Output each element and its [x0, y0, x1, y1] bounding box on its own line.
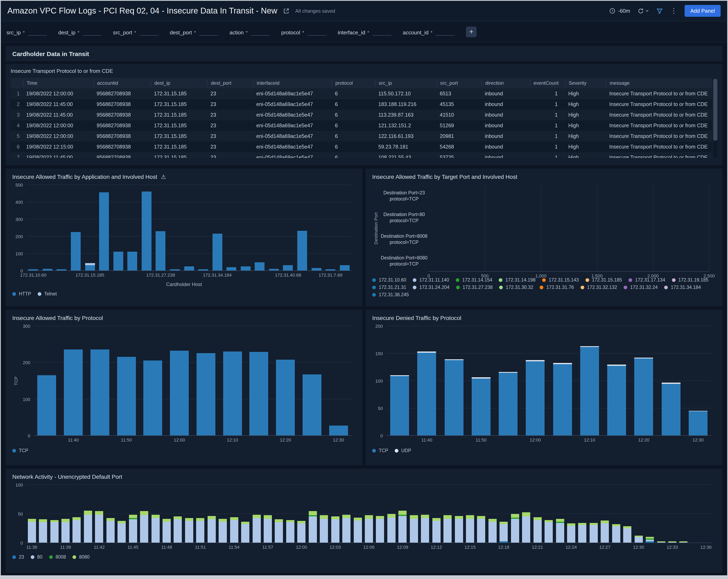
x-tick-label: 12:10: [227, 437, 238, 442]
bar-segment-8080: [28, 519, 36, 522]
cell-Severity: High: [565, 144, 606, 150]
cell-eventCount: 1: [530, 91, 565, 96]
legend-item-172.31.30.32[interactable]: 172.31.30.32: [499, 285, 533, 290]
bar-segment-80: [196, 521, 205, 543]
chart-plot[interactable]: 172.31.10.60172.31.15.185172.31.27.23817…: [26, 185, 352, 271]
chart-plot[interactable]: 05001,0001,5002,0002,500: [429, 185, 709, 272]
chart-target-port[interactable]: Destination PortDestination Port=23 prot…: [372, 185, 716, 272]
filter-input-dest_port[interactable]: [199, 28, 218, 35]
bar-segment-80: [477, 519, 486, 543]
legend-item-172.31.21.31[interactable]: 172.31.21.31: [372, 285, 406, 290]
legend-item-172.31.31.76[interactable]: 172.31.31.76: [540, 285, 574, 290]
cell-accountid: 956882708938: [93, 112, 151, 118]
bar: [472, 377, 491, 435]
filter-field-dest_port: dest_port*: [170, 28, 218, 35]
column-header-src_ip[interactable]: src_ip: [375, 80, 437, 86]
x-tick-label: 12:20: [638, 437, 649, 442]
bar: [162, 519, 171, 543]
filter-input-account_id[interactable]: [436, 28, 454, 35]
cell-direction: inbound: [482, 102, 530, 107]
legend-dot: [542, 278, 546, 282]
legend-item-172.31.19.185[interactable]: 172.31.19.185: [672, 277, 708, 282]
legend-item-172.31.24.204[interactable]: 172.31.24.204: [413, 285, 449, 290]
legend-item-172.31.32.132[interactable]: 172.31.32.132: [580, 285, 617, 290]
legend-item-172.31.10.60[interactable]: 172.31.10.60: [372, 277, 406, 282]
column-header-accountid[interactable]: accountid: [93, 80, 151, 86]
table-row[interactable]: 619/08/2022 12:15:00956882708938172.31.1…: [11, 142, 712, 152]
time-range-selector[interactable]: -60m: [609, 8, 630, 14]
refresh-button[interactable]: [638, 7, 649, 14]
chart-plot[interactable]: 11:4011:5012:0012:1012:2012:30: [386, 326, 711, 436]
table-row[interactable]: 119/08/2022 12:00:00956882708938172.31.1…: [11, 88, 712, 99]
filter-icon[interactable]: [656, 7, 663, 14]
chart-denied-protocol[interactable]: 05010015020011:4011:5012:0012:1012:2012:…: [372, 326, 716, 436]
legend-item-TCP[interactable]: TCP: [372, 448, 388, 453]
bar-segment-HTTP: [241, 266, 251, 271]
warning-icon[interactable]: ⚠: [161, 173, 166, 180]
filter-input-interface_id[interactable]: [372, 28, 391, 35]
chart-app-host[interactable]: 0100200300400500172.31.10.60172.31.15.18…: [12, 185, 356, 271]
column-header-dest_ip[interactable]: dest_ip: [151, 80, 207, 86]
bar-segment-8080: [410, 515, 418, 519]
bar: [443, 515, 451, 543]
column-header-direction[interactable]: direction: [482, 80, 530, 86]
legend-item-172.31.38.245[interactable]: 172.31.38.245: [372, 292, 409, 297]
filter-input-src_port[interactable]: [139, 28, 158, 35]
filter-input-protocol[interactable]: [308, 28, 326, 35]
gridline: [26, 202, 352, 202]
chart-allowed-protocol[interactable]: TCP010020030011:4011:5012:0012:1012:2012…: [12, 326, 356, 436]
filter-input-dest_ip[interactable]: [83, 28, 102, 35]
legend-item-HTTP[interactable]: HTTP: [12, 291, 31, 296]
column-header-message[interactable]: message: [606, 80, 712, 86]
x-tick-label: 500: [481, 273, 489, 278]
x-tick-label: 172.31.15.185: [76, 273, 104, 277]
table-row[interactable]: 419/08/2022 12:00:00956882708938172.31.1…: [11, 120, 712, 131]
legend-item-23[interactable]: 23: [12, 554, 24, 559]
add-filter-button[interactable]: +: [466, 26, 476, 37]
table-row[interactable]: 719/08/2022 11:45:00956882708938172.31.1…: [11, 152, 712, 158]
legend-label: 23: [19, 554, 24, 559]
table-scrollbar-thumb[interactable]: [713, 79, 717, 141]
column-header-protocol[interactable]: protocol: [332, 80, 375, 86]
filter-input-action[interactable]: [251, 28, 270, 35]
column-header-Time[interactable]: Time: [23, 80, 93, 86]
bar-segment-8080: [196, 518, 205, 521]
legend-item-172.31.27.238[interactable]: 172.31.27.238: [456, 285, 493, 290]
legend-item-8008[interactable]: 8008: [49, 554, 66, 559]
share-icon[interactable]: [283, 7, 289, 14]
column-header-Severity[interactable]: Severity: [565, 80, 606, 86]
kebab-menu[interactable]: ⋮: [670, 7, 677, 14]
add-panel-button[interactable]: Add Panel: [684, 5, 721, 17]
chart-plot[interactable]: 11:3611:3911:4211:4511:4811:5111:5411:57…: [26, 485, 711, 543]
column-header-eventCount[interactable]: eventCount: [530, 80, 565, 86]
bar: [342, 515, 350, 543]
legend-item-UDP[interactable]: UDP: [395, 448, 411, 453]
cell-message: Insecure Transport Protocol to or from C…: [606, 133, 712, 139]
bar: [84, 511, 92, 543]
column-header-interfaceid[interactable]: interfaceid: [253, 80, 332, 86]
legend-item-172.31.14.198[interactable]: 172.31.14.198: [499, 277, 536, 282]
panel-allowed-traffic-by-protocol: Insecure Allowed Traffic by Protocol TCP…: [6, 310, 362, 465]
legend-dot: [499, 285, 503, 289]
cell-src_port: 20981: [437, 133, 482, 139]
legend-item-172.31.32.24[interactable]: 172.31.32.24: [624, 285, 657, 290]
chart-network-activity[interactable]: 05010011:3611:3911:4211:4511:4811:5111:5…: [12, 485, 716, 543]
legend-item-8080[interactable]: 8080: [73, 554, 89, 559]
legend-item-TCP[interactable]: TCP: [12, 448, 28, 453]
legend-item-172.31.11.140[interactable]: 172.31.11.140: [413, 277, 449, 282]
legend-item-172.31.15.185[interactable]: 172.31.15.185: [585, 277, 622, 282]
legend-item-Telnet[interactable]: Telnet: [38, 291, 57, 296]
table-row[interactable]: 219/08/2022 11:45:00956882708938172.31.1…: [11, 99, 712, 110]
table-row[interactable]: 519/08/2022 12:00:00956882708938172.31.1…: [11, 131, 712, 142]
column-header-dest_port[interactable]: dest_port: [207, 80, 253, 86]
legend-item-172.31.17.134[interactable]: 172.31.17.134: [628, 277, 665, 282]
chart-plot[interactable]: 11:4011:5012:0012:1012:2012:30: [33, 326, 352, 436]
table-row[interactable]: 319/08/2022 11:45:00956882708938172.31.1…: [11, 110, 712, 120]
legend-item-80[interactable]: 80: [31, 554, 43, 559]
filter-input-src_ip[interactable]: [28, 28, 47, 35]
legend-item-172.31.34.184[interactable]: 172.31.34.184: [664, 285, 701, 290]
column-header-src_port[interactable]: src_port: [437, 80, 482, 86]
legend-item-172.31.15.143[interactable]: 172.31.15.143: [542, 277, 579, 282]
filter-field-src_ip: src_ip*: [6, 28, 47, 35]
bar-segment-TCP: [444, 360, 463, 435]
